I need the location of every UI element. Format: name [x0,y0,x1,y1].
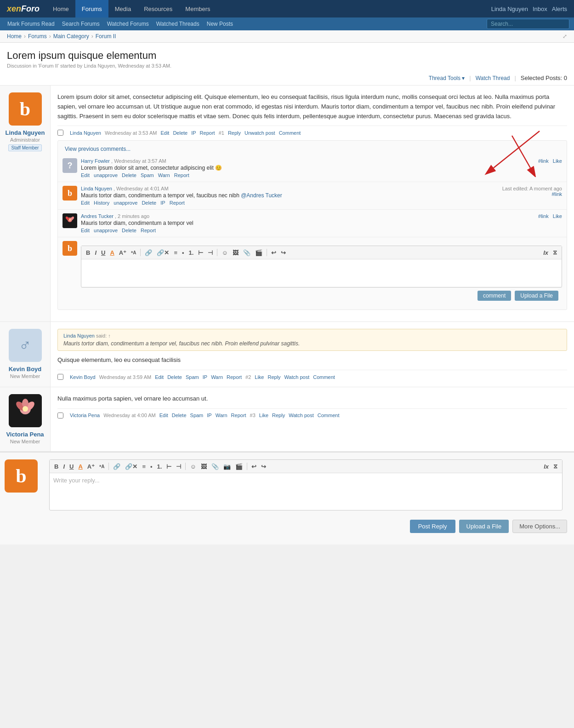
nav-forums[interactable]: Forums [75,0,108,17]
comment-3-like[interactable]: Like [553,213,562,219]
post-3-delete[interactable]: Delete [172,413,187,418]
align-btn[interactable]: ≡ [172,248,179,257]
post-2-warn[interactable]: Warn [211,374,223,380]
comment-2-report[interactable]: Report [170,200,185,206]
reply-underline-btn[interactable]: U [68,462,75,471]
bold-btn[interactable]: B [84,248,92,257]
reply-undo-btn[interactable]: ↩ [250,462,258,471]
new-posts-link[interactable]: New Posts [203,17,237,30]
watch-thread-link[interactable]: Watch Thread [476,75,510,81]
comment-2-mention[interactable]: @Andres Tucker [241,192,282,199]
reply-font-btn[interactable]: A [76,462,84,471]
reply-source-btn[interactable]: ⧖ [551,462,559,471]
reply-image-btn[interactable]: 🖼 [199,462,209,471]
post-1-author-link[interactable]: Linda Nguyen [70,130,101,136]
alerts-link[interactable]: Alerts [552,6,567,12]
comment-2-ip[interactable]: IP [160,200,165,206]
comment-2-edit[interactable]: Edit [81,200,90,206]
post-1-comment-link[interactable]: Comment [279,130,301,136]
post-2-like[interactable]: Like [255,374,264,380]
post-1-reply-link[interactable]: Reply [228,130,241,136]
watched-threads-link[interactable]: Watched Threads [153,17,203,30]
post-3-ip[interactable]: IP [207,413,211,418]
image-btn[interactable]: 🖼 [231,248,240,257]
ul-btn[interactable]: • [180,248,186,257]
post-2-ip[interactable]: IP [203,374,207,380]
post-2-checkbox[interactable] [57,374,63,380]
source-btn[interactable]: ⧖ [551,248,559,257]
video-btn[interactable]: 🎬 [253,248,264,257]
post-3-warn[interactable]: Warn [216,413,227,418]
search-forums-link[interactable]: Search Forums [58,17,103,30]
font-size-up-btn[interactable]: A⁺ [117,248,128,257]
post-3-edit[interactable]: Edit [159,413,168,418]
breadcrumb-forums[interactable]: Forums [28,33,47,40]
post-2-comment[interactable]: Comment [313,374,335,380]
reply-unlink-btn[interactable]: 🔗✕ [123,462,139,471]
outdent-btn[interactable]: ⊣ [206,248,215,257]
comment-2-author[interactable]: Linda Nguyen [81,186,112,191]
reply-ul-btn[interactable]: • [148,462,154,471]
watched-forums-link[interactable]: Watched Forums [103,17,153,30]
reply-emoji-btn[interactable]: ☺ [188,462,198,471]
post-3-author-link[interactable]: Victoria Pena [70,413,100,418]
reply-attach-btn[interactable]: 📎 [210,462,221,471]
comment-3-delete[interactable]: Delete [122,228,136,233]
comment-1-warn[interactable]: Warn [158,172,170,178]
clear-format-btn[interactable]: Ix [541,248,550,257]
post-1-report-link[interactable]: Report [200,130,215,136]
thread-tools-link[interactable]: Thread Tools ▾ [429,75,465,81]
reply-redo-btn[interactable]: ↪ [259,462,268,471]
breadcrumb-main-category[interactable]: Main Category [53,33,89,40]
nav-resources[interactable]: Resources [137,0,179,17]
reply-video-btn[interactable]: 🎬 [233,462,244,471]
comment-2-unapprove[interactable]: unapprove [114,200,137,206]
reply-italic-btn[interactable]: I [61,462,67,471]
mark-forums-read-link[interactable]: Mark Forums Read [4,17,58,30]
reply-size-up[interactable]: A⁺ [85,462,97,471]
link-btn[interactable]: 🔗 [143,248,154,257]
post-reply-btn[interactable]: Post Reply [410,520,455,533]
comment-3-report[interactable]: Report [141,228,156,233]
post-3-reply[interactable]: Reply [272,413,285,418]
view-prev-link[interactable]: View previous comments... [65,146,131,152]
upload-file-btn[interactable]: Upload a File [459,520,509,533]
comment-1-report[interactable]: Report [174,172,189,178]
post-2-spam[interactable]: Spam [186,374,199,380]
post-1-unwatch-link[interactable]: Unwatch post [244,130,275,136]
post-2-reply[interactable]: Reply [267,374,280,380]
reply-editor-area[interactable]: Write your reply... [50,473,562,510]
redo-btn[interactable]: ↪ [279,248,288,257]
post-1-author-name[interactable]: Linda Nguyen [6,129,45,136]
nav-home[interactable]: Home [46,0,75,17]
breadcrumb-forum-ii[interactable]: Forum II [96,33,116,40]
comment-2-link[interactable]: #link [551,191,562,197]
comment-1-unapprove[interactable]: unapprove [94,172,118,178]
post-2-edit[interactable]: Edit [155,374,164,380]
unlink-btn[interactable]: 🔗✕ [155,248,171,257]
reply-indent-btn[interactable]: ⊢ [165,462,173,471]
indent-btn[interactable]: ⊢ [196,248,205,257]
inbox-link[interactable]: Inbox [533,6,547,12]
expand-icon[interactable]: ⤢ [563,33,567,40]
post-3-like[interactable]: Like [259,413,268,418]
reply-ol-btn[interactable]: 1. [155,462,164,471]
reply-clear-btn[interactable]: Ix [542,462,551,471]
reply-bold-btn[interactable]: B [52,462,60,471]
post-3-comment[interactable]: Comment [318,413,340,418]
post-2-delete[interactable]: Delete [167,374,182,380]
user-profile-link[interactable]: Linda Nguyen [491,6,528,12]
comment-1-delete[interactable]: Delete [122,172,136,178]
post-3-spam[interactable]: Spam [190,413,204,418]
reply-outdent-btn[interactable]: ⊣ [174,462,183,471]
ol-btn[interactable]: 1. [187,248,196,257]
search-input[interactable] [487,19,569,29]
italic-btn[interactable]: I [93,248,98,257]
post-3-report[interactable]: Report [231,413,246,418]
post-1-edit-link[interactable]: Edit [160,130,169,136]
post-3-author-name[interactable]: Victoria Pena [6,431,44,438]
reply-size-down[interactable]: ᵃA [97,463,106,470]
media-btn[interactable]: 📎 [241,248,252,257]
comment-editor-area[interactable] [81,259,562,287]
post-3-watch[interactable]: Watch post [289,413,314,418]
